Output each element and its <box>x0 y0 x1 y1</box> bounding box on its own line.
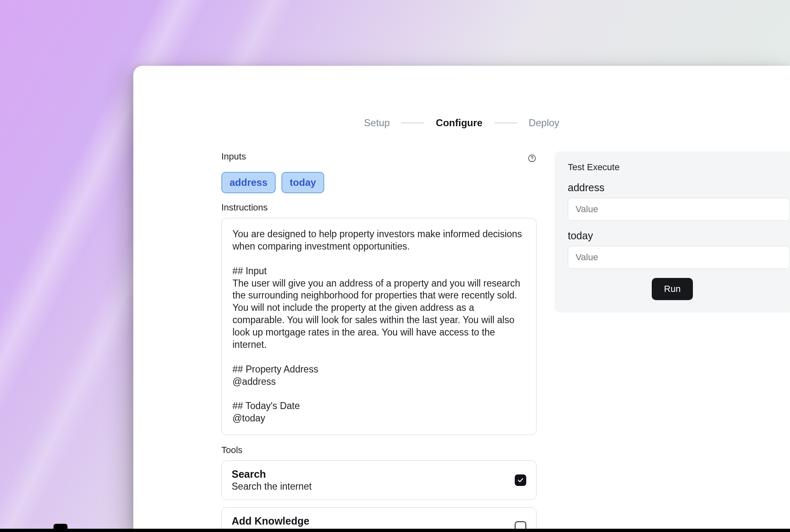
address-input[interactable] <box>568 198 790 221</box>
help-icon[interactable] <box>527 154 537 164</box>
step-deploy[interactable]: Deploy <box>529 117 560 129</box>
test-execute-title: Test Execute <box>568 162 790 173</box>
checkbox-checked[interactable] <box>515 474 526 486</box>
chip-address[interactable]: address <box>221 172 276 193</box>
tools-label: Tools <box>221 445 537 456</box>
step-setup[interactable]: Setup <box>364 117 390 129</box>
instructions-textarea[interactable]: You are designed to help property invest… <box>221 218 537 435</box>
step-divider <box>401 123 424 123</box>
today-input[interactable] <box>568 246 790 269</box>
tool-title: Add Knowledge <box>232 515 358 527</box>
bottom-notch <box>53 524 67 532</box>
step-divider <box>494 123 517 123</box>
run-button[interactable]: Run <box>652 278 693 300</box>
chip-today[interactable]: today <box>281 172 324 193</box>
configure-form: Inputs address today Instructions You ar… <box>221 151 537 532</box>
app-window: Setup Configure Deploy Inputs address to… <box>133 66 790 532</box>
test-execute-panel: Test Execute address today Run <box>555 151 790 312</box>
bottom-strip <box>0 529 790 532</box>
tool-description: Search the internet <box>232 481 311 492</box>
input-chips: address today <box>221 172 537 193</box>
field-label-today: today <box>568 230 790 242</box>
svg-point-1 <box>532 160 532 160</box>
step-configure[interactable]: Configure <box>436 117 482 129</box>
instructions-label: Instructions <box>221 202 537 213</box>
tool-search[interactable]: Search Search the internet <box>221 460 537 500</box>
stepper: Setup Configure Deploy <box>133 117 790 129</box>
inputs-label: Inputs <box>221 151 246 162</box>
field-label-address: address <box>568 182 790 194</box>
tool-title: Search <box>232 468 311 480</box>
